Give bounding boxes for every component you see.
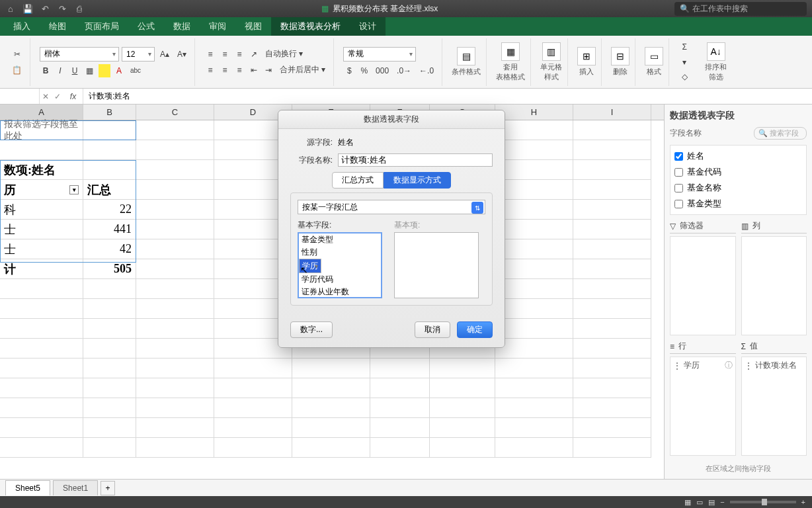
pivot-header-values[interactable]: 数项:姓名 <box>0 160 83 180</box>
list-item[interactable]: 性别 <box>299 246 381 259</box>
percent-icon[interactable]: % <box>358 64 370 77</box>
field-checkbox[interactable] <box>674 184 683 192</box>
align-middle-icon[interactable]: ≡ <box>219 48 231 61</box>
increase-indent-icon[interactable]: ⇥ <box>263 64 274 77</box>
underline-button[interactable]: U <box>69 64 81 77</box>
bold-button[interactable]: B <box>40 64 52 77</box>
cut-icon[interactable]: ✂ <box>9 48 24 61</box>
decrease-indent-icon[interactable]: ⇤ <box>248 64 260 77</box>
pivot-total-header[interactable]: 汇总 <box>83 180 136 200</box>
pivot-row-label[interactable]: 士 <box>0 220 83 239</box>
field-item[interactable]: 基金代码 <box>673 164 803 180</box>
base-item-list[interactable] <box>394 232 479 298</box>
font-size-select[interactable]: 12 <box>122 47 155 62</box>
fx-icon[interactable]: fx <box>63 89 83 104</box>
tab-view[interactable]: 视图 <box>235 17 271 36</box>
border-icon[interactable]: ▦ <box>83 64 96 77</box>
field-name-input[interactable] <box>338 153 493 167</box>
align-right-icon[interactable]: ≡ <box>233 64 245 77</box>
orientation-icon[interactable]: ↗ <box>248 48 260 61</box>
print-icon[interactable]: ⎙ <box>74 3 85 14</box>
wrap-text-button[interactable]: 自动换行 ▾ <box>263 48 305 61</box>
col-C[interactable]: C <box>136 105 214 120</box>
tab-formula[interactable]: 公式 <box>128 17 164 36</box>
field-search-input[interactable]: 🔍 搜索字段 <box>754 127 807 140</box>
comma-icon[interactable]: 000 <box>373 64 391 77</box>
field-checkbox[interactable] <box>674 168 683 177</box>
tab-pivot-analyze[interactable]: 数据透视表分析 <box>271 17 350 36</box>
cancel-button[interactable]: 取消 <box>415 321 450 338</box>
name-box[interactable] <box>0 89 40 104</box>
base-field-list[interactable]: 基金类型 性别 学历 学历代码 证券从业年数 任职天数 <box>298 232 382 298</box>
align-top-icon[interactable]: ≡ <box>204 48 216 61</box>
list-item-selected[interactable]: 学历 <box>299 259 321 273</box>
zoom-slider[interactable] <box>730 501 796 503</box>
show-values-as-select[interactable]: 按某一字段汇总 ⇅ <box>298 200 485 214</box>
tab-layout[interactable]: 页面布局 <box>75 17 128 36</box>
rows-area-item[interactable]: ⋮学历ⓘ <box>673 360 733 371</box>
font-color-icon[interactable]: A <box>113 64 125 77</box>
formula-value[interactable]: 计数项:姓名 <box>83 91 812 102</box>
list-item[interactable]: 基金类型 <box>299 233 381 246</box>
undo-icon[interactable]: ↶ <box>40 3 50 14</box>
save-icon[interactable]: 💾 <box>22 3 33 14</box>
col-I[interactable]: I <box>573 105 651 120</box>
pivot-grand-total-value[interactable]: 505 <box>83 259 136 279</box>
table-format-group[interactable]: ▦套用 表格格式 <box>491 38 531 86</box>
merge-center-button[interactable]: 合并后居中 ▾ <box>277 64 328 77</box>
tab-summarize-by[interactable]: 汇总方式 <box>332 172 384 189</box>
align-left-icon[interactable]: ≡ <box>204 64 216 77</box>
fill-color-icon[interactable] <box>99 64 110 77</box>
home-icon[interactable]: ⌂ <box>5 3 16 14</box>
info-icon[interactable]: ⓘ <box>725 360 733 371</box>
field-item[interactable]: 基金名称 <box>673 180 803 196</box>
sheet-tab[interactable]: Sheet1 <box>53 480 98 495</box>
fill-icon[interactable]: ▾ <box>678 56 690 68</box>
cell-styles-group[interactable]: ▥单元格 样式 <box>535 38 568 86</box>
col-H[interactable]: H <box>495 105 573 120</box>
phonetic-icon[interactable]: abc <box>128 64 143 77</box>
cond-format-group[interactable]: ▤条件格式 <box>446 38 487 86</box>
autosum-icon[interactable]: Σ <box>678 41 690 54</box>
tab-show-values-as[interactable]: 数据显示方式 <box>384 172 451 189</box>
values-area-item[interactable]: ⋮计数项:姓名 <box>745 360 804 371</box>
currency-icon[interactable]: $ <box>343 64 355 77</box>
field-item[interactable]: 基金类型 <box>673 196 803 212</box>
columns-area[interactable]: ▥列 <box>741 220 807 335</box>
tab-draw[interactable]: 绘图 <box>40 17 75 36</box>
pivot-row-label[interactable]: 士 <box>0 239 83 259</box>
field-item[interactable]: 姓名 <box>673 148 803 164</box>
tab-data[interactable]: 数据 <box>164 17 200 36</box>
filters-area[interactable]: ▽筛选器 <box>670 220 736 335</box>
align-center-icon[interactable]: ≡ <box>219 64 231 77</box>
row-filter-dropdown-icon[interactable]: ▾ <box>69 185 79 194</box>
field-checkbox[interactable] <box>674 200 683 208</box>
tab-review[interactable]: 审阅 <box>200 17 235 36</box>
clear-icon[interactable]: ◇ <box>678 71 690 83</box>
pivot-row-value[interactable]: 441 <box>83 220 136 239</box>
accept-formula-icon[interactable]: ✓ <box>52 92 63 101</box>
view-page-icon[interactable]: ▭ <box>696 498 703 507</box>
rows-area[interactable]: ≡行 ⋮学历ⓘ <box>670 341 736 456</box>
col-B[interactable]: B <box>83 105 136 120</box>
filter-drop-area[interactable]: 报表筛选字段拖至此处 <box>0 120 83 140</box>
values-area[interactable]: Σ值 ⋮计数项:姓名 <box>741 341 807 456</box>
decrease-decimal-icon[interactable]: ←.0 <box>417 64 436 77</box>
number-format-select[interactable]: 常规 <box>343 47 416 62</box>
paste-icon[interactable]: 📋 <box>9 64 24 77</box>
add-sheet-button[interactable]: + <box>101 481 115 495</box>
number-format-button[interactable]: 数字... <box>290 321 333 338</box>
redo-icon[interactable]: ↷ <box>57 3 67 14</box>
tab-insert[interactable]: 插入 <box>4 17 40 36</box>
workbook-search[interactable]: 🔍 在工作表中搜索 <box>674 2 807 16</box>
pivot-row-value[interactable]: 42 <box>83 239 136 259</box>
font-name-select[interactable]: 楷体 <box>40 47 119 62</box>
increase-font-icon[interactable]: A▴ <box>157 48 172 61</box>
increase-decimal-icon[interactable]: .0→ <box>394 64 414 77</box>
pivot-grand-total-label[interactable]: 计 <box>0 259 83 279</box>
list-item[interactable]: 学历代码 <box>299 273 381 286</box>
sheet-tab-active[interactable]: Sheet5 <box>5 480 50 495</box>
zoom-in-icon[interactable]: + <box>801 498 805 506</box>
delete-cells-group[interactable]: ⊟删除 <box>606 38 635 86</box>
list-item[interactable]: 证券从业年数 <box>299 286 381 298</box>
